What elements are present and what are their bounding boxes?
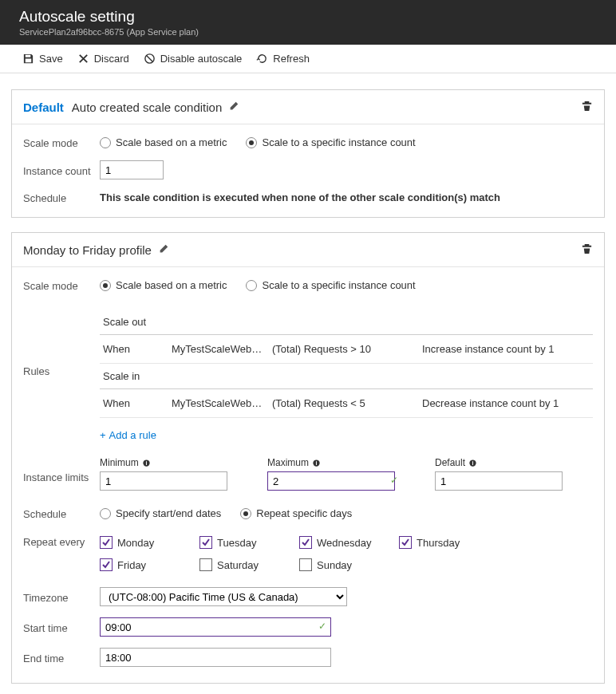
toolbar: Save Discard Disable autoscale Refresh — [0, 45, 616, 73]
rule-row[interactable]: When MyTestScaleWebA… (Total) Requests <… — [100, 389, 593, 418]
scale-metric-radio[interactable]: Scale based on a metric — [100, 136, 227, 148]
scale-mode-label: Scale mode — [23, 278, 100, 292]
page-header: Autoscale setting ServicePlan2af96bcc-86… — [0, 0, 616, 45]
disable-icon — [144, 53, 156, 65]
default-col: Defaulti — [435, 457, 571, 491]
scale-in-section: Scale in When MyTestScaleWebA… (Total) R… — [100, 364, 593, 418]
svg-text:i: i — [316, 460, 318, 466]
add-rule-button[interactable]: + Add a rule — [100, 429, 593, 441]
pencil-icon — [228, 101, 239, 112]
scale-specific-radio[interactable]: Scale to a specific instance count — [246, 279, 415, 291]
save-button[interactable]: Save — [22, 53, 63, 65]
schedule-row: Schedule This scale condition is execute… — [23, 191, 593, 204]
repeat-every-label: Repeat every — [23, 531, 100, 548]
schedule-radio-group: Specify start/end dates Repeat specific … — [100, 507, 352, 519]
specify-dates-radio[interactable]: Specify start/end dates — [100, 507, 221, 519]
rule-action: Increase instance count by 1 — [422, 343, 590, 355]
rule-row[interactable]: When MyTestScaleWebA… (Total) Requests >… — [100, 335, 593, 364]
default-badge: Default — [23, 101, 64, 114]
trash-icon — [581, 243, 593, 254]
start-time-row: Start time ✓ — [23, 617, 593, 637]
rule-resource: MyTestScaleWebA… — [172, 397, 266, 409]
condition-title: Auto created scale condition — [72, 101, 222, 114]
start-time-label: Start time — [23, 621, 100, 634]
plus-icon: + — [100, 429, 106, 441]
refresh-button[interactable]: Refresh — [256, 53, 310, 65]
radio-group: Scale based on a metric Scale to a speci… — [100, 279, 416, 291]
instance-count-label: Instance count — [23, 164, 100, 177]
info-icon[interactable]: i — [312, 459, 321, 467]
maximum-label: Maximumi — [267, 457, 403, 468]
wednesday-checkbox[interactable]: Wednesday — [299, 531, 399, 554]
minimum-col: Minimumi — [100, 457, 235, 491]
page-subtitle: ServicePlan2af96bcc-8675 (App Service pl… — [19, 27, 602, 37]
timezone-row: Timezone (UTC-08:00) Pacific Time (US & … — [23, 587, 593, 606]
trash-icon — [581, 100, 593, 112]
scale-out-title: Scale out — [100, 310, 593, 335]
scale-out-section: Scale out When MyTestScaleWebA… (Total) … — [100, 310, 593, 364]
panel-body: Scale mode Scale based on a metric Scale… — [12, 124, 604, 217]
rule-resource: MyTestScaleWebA… — [172, 343, 266, 355]
scale-mode-label: Scale mode — [23, 136, 100, 149]
close-icon — [77, 53, 89, 65]
maximum-input[interactable] — [267, 471, 395, 491]
scale-metric-radio[interactable]: Scale based on a metric — [100, 279, 227, 291]
profile-title: Monday to Friday profile — [23, 243, 152, 257]
timezone-label: Timezone — [23, 590, 100, 604]
panel-header: Default Auto created scale condition — [12, 90, 604, 124]
minimum-input[interactable] — [100, 471, 227, 491]
monday-checkbox[interactable]: Monday — [100, 531, 199, 554]
rules-area: Scale out When MyTestScaleWebA… (Total) … — [100, 310, 593, 441]
start-time-input[interactable] — [100, 617, 331, 637]
rules-label: Rules — [23, 310, 100, 377]
thursday-checkbox[interactable]: Thursday — [399, 531, 499, 554]
delete-button[interactable] — [581, 100, 593, 114]
disable-autoscale-button[interactable]: Disable autoscale — [144, 53, 243, 65]
discard-button[interactable]: Discard — [77, 53, 129, 65]
instance-count-row: Instance count — [23, 160, 593, 179]
radio-group: Scale based on a metric Scale to a speci… — [100, 136, 416, 148]
rule-condition: (Total) Requests < 5 — [272, 397, 416, 409]
panel-body: Scale mode Scale based on a metric Scale… — [12, 267, 604, 683]
sunday-checkbox[interactable]: Sunday — [299, 554, 399, 576]
friday-checkbox[interactable]: Friday — [100, 554, 199, 576]
edit-title-button[interactable] — [228, 101, 239, 114]
scale-mode-row: Scale mode Scale based on a metric Scale… — [23, 278, 593, 292]
rule-when: When — [103, 343, 165, 355]
schedule-row: Schedule Specify start/end dates Repeat … — [23, 507, 593, 520]
info-icon[interactable]: i — [468, 459, 477, 467]
maximum-col: Maximumi ✓ — [267, 457, 403, 491]
instance-count-input[interactable] — [100, 160, 164, 179]
schedule-note: This scale condition is executed when no… — [100, 191, 500, 203]
tuesday-checkbox[interactable]: Tuesday — [199, 531, 299, 554]
scale-in-title: Scale in — [100, 364, 593, 389]
svg-text:i: i — [472, 460, 474, 466]
rule-action: Decrease instance count by 1 — [422, 397, 590, 409]
page-title: Autoscale setting — [19, 8, 602, 26]
content: Default Auto created scale condition Sca… — [0, 73, 616, 694]
instance-limits-row: Instance limits Minimumi Maximumi ✓ Defa… — [23, 457, 593, 491]
repeat-days-radio[interactable]: Repeat specific days — [240, 507, 352, 519]
end-time-label: End time — [23, 651, 100, 664]
refresh-icon — [256, 53, 268, 65]
default-label: Defaulti — [435, 457, 571, 468]
rule-when: When — [103, 397, 165, 409]
scale-specific-radio[interactable]: Scale to a specific instance count — [246, 136, 415, 148]
delete-button[interactable] — [581, 243, 593, 257]
svg-text:i: i — [145, 460, 147, 466]
rule-condition: (Total) Requests > 10 — [272, 343, 416, 355]
timezone-select[interactable]: (UTC-08:00) Pacific Time (US & Canada) — [100, 587, 347, 606]
end-time-input[interactable] — [100, 648, 331, 667]
edit-title-button[interactable] — [158, 243, 169, 257]
checkmark-icon: ✓ — [318, 621, 326, 632]
schedule-label: Schedule — [23, 507, 100, 520]
pencil-icon — [158, 243, 169, 254]
scale-mode-row: Scale mode Scale based on a metric Scale… — [23, 136, 593, 149]
instance-limits-label: Instance limits — [23, 457, 100, 483]
days-group: Monday Tuesday Wednesday Thursday Friday… — [100, 531, 593, 576]
info-icon[interactable]: i — [142, 459, 151, 467]
end-time-row: End time — [23, 648, 593, 667]
default-input[interactable] — [435, 471, 563, 491]
schedule-label: Schedule — [23, 191, 100, 204]
saturday-checkbox[interactable]: Saturday — [199, 554, 299, 576]
